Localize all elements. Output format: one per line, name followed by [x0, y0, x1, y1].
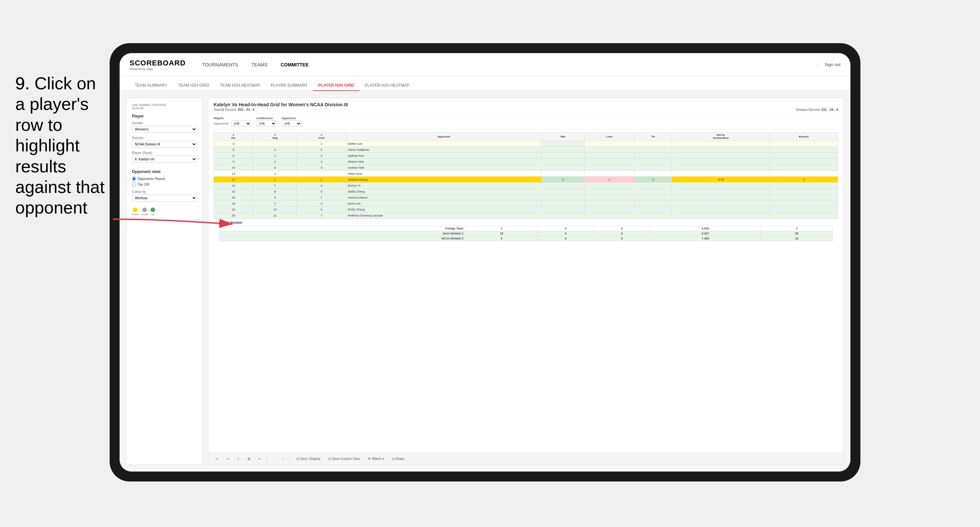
tablet-frame: SCOREBOARD Powered by clippi TOURNAMENTS…: [110, 43, 861, 481]
content-area: Katelyn Vo Head-to-Head Grid for Women's…: [208, 98, 844, 465]
legend-level-label: Level: [141, 213, 148, 216]
col-diff: Diff AvStrokes/Rnd: [672, 132, 770, 141]
table-row[interactable]: 16 9 1 Jessica Mason: [214, 195, 838, 201]
col-loss: Loss: [585, 132, 635, 141]
table-row[interactable]: 10 6 3 Andrea York: [214, 165, 838, 171]
table-row[interactable]: NAIA Division 1 15 0 0 9.267 30: [219, 231, 833, 236]
h2h-grid-table: #Div #Reg #Conf Opponent Win Loss Tie Di…: [213, 132, 838, 219]
col-div: #Div: [214, 132, 253, 141]
legend-level-circle: [142, 208, 147, 212]
toolbar-circle[interactable]: ○: [280, 456, 286, 461]
col-win: Win: [541, 132, 584, 141]
region-filter: Region Opponents: (All): [213, 117, 251, 127]
tab-team-summary[interactable]: TEAM SUMMARY: [130, 80, 173, 91]
table-row[interactable]: Foreign Team 1 0 0 4.500 2: [219, 226, 833, 231]
logo-text: SCOREBOARD: [130, 59, 186, 67]
tab-team-h2h-grid[interactable]: TEAM H2H GRID: [173, 80, 215, 91]
nav-committee[interactable]: COMMITTEE: [281, 60, 309, 69]
opponent-filter-title: Opponent: [282, 117, 302, 120]
colour-by-section: Colour by Win/loss: [132, 190, 197, 205]
nav-links: TOURNAMENTS TEAMS COMMITTEE: [202, 60, 818, 69]
instruction-full-text: 9. Click on a player's row to highlight …: [15, 73, 108, 218]
ood-title: Out of division: [219, 221, 833, 224]
division-record: Division Record: 331 - 34 - 6: [796, 108, 838, 111]
nav-tournaments[interactable]: TOURNAMENTS: [202, 60, 238, 69]
table-row[interactable]: 6 1 3 Sydney Kuo: [214, 153, 838, 159]
player-rank-select[interactable]: 8. Katelyn Vo: [132, 156, 197, 163]
conference-select[interactable]: (All): [256, 121, 277, 127]
conference-title: Conference: [256, 117, 277, 120]
toolbar-paste[interactable]: ↩: [256, 456, 263, 461]
grid-wrapper: #Div #Reg #Conf Opponent Win Loss Tie Di…: [208, 130, 843, 452]
opponent-filter: Opponent (All): [282, 117, 302, 127]
logo-area: SCOREBOARD Powered by clippi: [130, 59, 186, 71]
gender-select[interactable]: Women's: [132, 126, 197, 133]
toolbar-dot[interactable]: ·: [271, 456, 276, 461]
legend-up-circle: [151, 208, 155, 212]
opponents-filter-label: Opponents:: [213, 122, 229, 125]
colour-by-select[interactable]: Win/loss: [132, 195, 197, 202]
toolbar-watch[interactable]: 👁 Watch ▾: [366, 456, 386, 461]
sub-nav: TEAM SUMMARY TEAM H2H GRID TEAM H2H HEAT…: [119, 76, 850, 91]
main-content: Last Updated: 27/03/2024 16:55:38 Player…: [119, 91, 850, 471]
tab-player-summary[interactable]: PLAYER SUMMARY: [266, 80, 313, 91]
table-row[interactable]: 20 11 7 Federica Domecq Lacroze: [214, 213, 838, 219]
toolbar-undo[interactable]: ↩: [213, 456, 220, 461]
content-header: Katelyn Vo Head-to-Head Grid for Women's…: [208, 98, 843, 114]
table-row[interactable]: 14 7 4 Eunice Yi: [214, 183, 838, 189]
toolbar-share[interactable]: ⊡ Share: [390, 456, 406, 461]
out-of-division-section: Out of division Foreign Team 1 0 0 4.500…: [213, 219, 838, 244]
legend: Down Level Up: [132, 208, 197, 216]
tab-team-h2h-heatmap[interactable]: TEAM H2H HEATMAP: [215, 80, 266, 91]
col-conf: #Conf: [297, 132, 346, 141]
col-tie: Tie: [635, 132, 672, 141]
legend-down-label: Down: [132, 213, 138, 216]
toolbar-save-custom[interactable]: ⊡ Save Custom View: [326, 456, 362, 461]
col-reg: #Reg: [253, 132, 297, 141]
table-row[interactable]: 9 1 4 Sharon Mun: [214, 159, 838, 165]
top-nav: SCOREBOARD Powered by clippi TOURNAMENTS…: [119, 53, 850, 76]
region-title: Region: [213, 117, 251, 120]
table-row[interactable]: 18 2 2 Euna Lee: [214, 201, 838, 206]
opponent-select[interactable]: (All): [282, 121, 302, 127]
gender-label: Gender: [132, 121, 197, 125]
toolbar-history[interactable]: ⤢: [235, 456, 242, 461]
opponent-view-title: Opponent view: [132, 169, 197, 174]
region-select[interactable]: (All): [231, 121, 251, 127]
toolbar-redo[interactable]: ↪: [224, 456, 231, 461]
overall-record: Overall Record: 353 - 34 - 6: [213, 108, 255, 111]
player-rank-label: Player (Rank): [132, 151, 197, 155]
conference-filter: Conference (All): [256, 117, 277, 127]
table-row[interactable]: 15 8 5 Stella Cheng: [214, 189, 838, 195]
content-title: Katelyn Vo Head-to-Head Grid for Women's…: [213, 102, 838, 107]
bottom-toolbar: ↩ ↪ ⤢ ⊞ ↩ · ○ ⊡ View: Original ⊡ Save Cu…: [208, 452, 843, 465]
legend-level: Level: [141, 208, 148, 216]
colour-by-label: Colour by: [132, 190, 197, 194]
table-row[interactable]: 5 2 2 Alexis Sudjianto: [214, 147, 838, 153]
toolbar-view-original[interactable]: ⊡ View: Original: [294, 456, 322, 461]
table-row[interactable]: NCAA Division 2 5 0 0 7.400 10: [219, 236, 833, 241]
sidebar-player-title: Player: [132, 114, 197, 119]
logo-sub: Powered by clippi: [130, 67, 186, 71]
table-row[interactable]: 19 10 6 Emily Chang: [214, 206, 838, 213]
table-row[interactable]: 3 1 Esther Lee: [214, 141, 838, 147]
table-row[interactable]: 13 1 Heeji Hyun: [214, 171, 838, 177]
tablet-screen: SCOREBOARD Powered by clippi TOURNAMENTS…: [119, 53, 850, 471]
nav-teams[interactable]: TEAMS: [251, 60, 267, 69]
tab-player-h2h-heatmap[interactable]: PLAYER H2H HEATMAP: [360, 80, 415, 91]
toolbar-sep1: [267, 456, 267, 462]
col-rounds: Rounds: [769, 132, 838, 141]
legend-up-label: Up: [151, 213, 154, 216]
division-select[interactable]: NCAA Division III: [132, 141, 197, 148]
filter-row: Region Opponents: (All) Conference (: [208, 114, 843, 130]
toolbar-grid[interactable]: ⊞: [245, 456, 252, 461]
table-row-jessica-huang[interactable]: 13 1 1 Jessica Huang 0 1 0 -3.00 2: [214, 177, 838, 183]
tab-player-h2h-grid[interactable]: PLAYER H2H GRID: [313, 80, 360, 91]
toolbar-sep2: [290, 456, 290, 462]
sign-out-link[interactable]: Sign out: [818, 62, 840, 67]
opponent-view-options: Opponents Played Top 100: [132, 177, 197, 187]
opponents-played-option[interactable]: Opponents Played: [132, 177, 197, 181]
col-opponent: Opponent: [346, 132, 542, 141]
top100-option[interactable]: Top 100: [132, 182, 197, 187]
legend-up: Up: [151, 208, 155, 216]
